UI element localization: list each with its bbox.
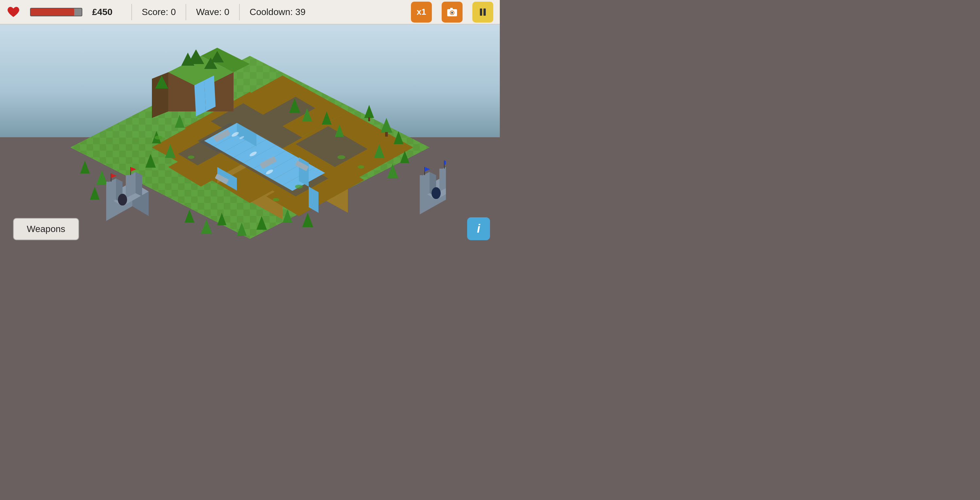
score-display: Score: 0 [142,7,176,18]
hud-divider-1 [131,4,132,20]
svg-point-97 [154,135,162,140]
heart-icon [6,5,20,19]
svg-rect-112 [126,175,128,178]
info-button[interactable]: i [467,217,490,240]
svg-marker-71 [364,105,374,118]
svg-marker-109 [135,172,142,196]
svg-rect-4 [450,8,453,10]
svg-marker-83 [201,219,212,234]
hud-divider-2 [186,4,186,20]
svg-rect-127 [424,175,426,178]
speed-button[interactable]: x1 [411,2,432,22]
svg-marker-132 [425,167,430,172]
svg-point-102 [273,198,279,201]
hud-divider-3 [239,4,240,20]
weapons-button[interactable]: Weapons [13,218,79,240]
svg-rect-111 [110,182,113,185]
svg-point-114 [118,194,127,205]
svg-point-100 [358,166,364,169]
svg-marker-88 [302,213,313,227]
svg-marker-80 [96,170,108,185]
game-world: Weapons i [0,24,500,250]
svg-marker-64 [194,80,206,116]
svg-marker-82 [185,210,194,223]
svg-point-99 [337,155,345,159]
svg-rect-72 [368,117,370,121]
svg-point-3 [451,12,453,14]
wave-display: Wave: 0 [196,7,229,18]
svg-rect-126 [420,175,422,178]
svg-point-130 [431,187,441,199]
svg-rect-5 [480,8,482,16]
cooldown-display: Cooldown: 39 [250,7,305,18]
gold-display: £450 [92,7,121,18]
hud-bar: £450 Score: 0 Wave: 0 Cooldown: 39 x1 [0,0,500,24]
svg-rect-6 [484,8,486,16]
svg-marker-65 [204,75,216,111]
health-bar-fill [31,8,74,16]
health-bar [30,8,82,16]
svg-marker-134 [444,161,446,165]
svg-point-101 [295,185,303,189]
camera-button[interactable] [442,2,463,22]
svg-rect-74 [385,132,388,137]
svg-rect-128 [439,169,442,172]
svg-marker-116 [111,174,117,178]
svg-point-98 [188,156,194,159]
svg-marker-81 [90,186,100,200]
svg-rect-110 [106,182,109,185]
svg-marker-79 [80,161,90,174]
pause-button[interactable] [473,2,493,22]
iso-map [54,46,446,249]
